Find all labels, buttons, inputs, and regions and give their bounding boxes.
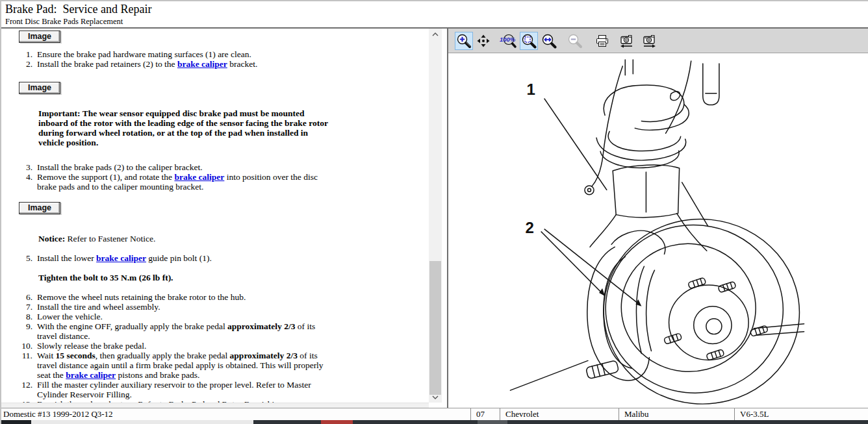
taskbar-segment [1, 420, 31, 424]
fit-window-button[interactable] [520, 32, 538, 50]
status-year: 07 [470, 408, 500, 420]
taskbar-segment [478, 420, 507, 424]
scroll-up-button[interactable] [429, 29, 442, 40]
step-text: Slowly release the brake pedal. [37, 341, 329, 351]
scroll-down-button[interactable] [429, 392, 442, 403]
step-number: 1. [8, 49, 37, 59]
taskbar-segment [507, 420, 868, 424]
status-database: Domestic #13 1999-2012 Q3-12 [1, 409, 470, 419]
step-item: 1.Ensure the brake pad hardware mating s… [8, 49, 428, 59]
step-item: 6.Remove the wheel nuts retaining the br… [8, 292, 428, 302]
status-engine: V6-3.5L [734, 408, 868, 420]
step-text: Remove the wheel nuts retaining the brak… [37, 292, 329, 302]
step-number: 4. [8, 172, 37, 192]
step-list: 6.Remove the wheel nuts retaining the br… [8, 292, 428, 403]
zoom-out-button [566, 32, 584, 50]
vertical-scrollbar[interactable] [429, 29, 442, 403]
step-number: 6. [8, 292, 37, 302]
taskbar-segment [253, 420, 321, 424]
step-text: Remove the support (1), and rotate the b… [37, 172, 329, 192]
step-text: Install the brake pad retainers (2) to t… [37, 59, 329, 69]
taskbar-segment [31, 420, 253, 424]
status-bar: Domestic #13 1999-2012 Q3-12 07 Chevrole… [1, 408, 868, 420]
zoom-100-button[interactable]: 100% [499, 32, 517, 50]
taskbar-segment [353, 420, 478, 424]
brake-caliper-link[interactable]: brake caliper [174, 172, 224, 182]
brake-caliper-link[interactable]: brake caliper [66, 370, 116, 380]
step-number: 7. [8, 302, 37, 312]
image-panel: 100% [448, 29, 868, 408]
step-item: 5.Install the lower brake caliper guide … [8, 253, 428, 263]
page-header: Brake Pad: Service and Repair Front Disc… [1, 1, 868, 29]
step-number: 2. [8, 59, 37, 69]
step-number: 8. [8, 312, 37, 321]
step-item: 4.Remove the support (1), and rotate the… [8, 172, 428, 192]
next-image-button[interactable] [640, 32, 658, 50]
page-subtitle: Front Disc Brake Pads Replacement [5, 17, 868, 27]
step-text: Ensure the brake pad hardware mating sur… [37, 49, 329, 59]
step-item: 9.With the engine OFF, gradually apply t… [8, 321, 428, 341]
zoom-100-icon: 100% [500, 33, 517, 49]
step-item: 10.Slowly release the brake pedal. [8, 341, 428, 351]
status-make: Chevrolet [500, 408, 619, 420]
step-text: Fill the master cylinder auxiliary reser… [37, 380, 329, 399]
step-item: 8.Lower the vehicle. [8, 312, 428, 321]
brake-caliper-link[interactable]: brake caliper [177, 59, 227, 69]
zoom-in-icon [456, 33, 472, 49]
step-list: 3.Install the brake pads (2) to the cali… [8, 162, 428, 192]
step-number: 12. [8, 380, 37, 399]
emphasis-paragraph: Important: The wear sensor equipped disc… [38, 108, 331, 147]
step-list: 1.Ensure the brake pad hardware mating s… [8, 49, 428, 69]
step-number: 3. [8, 162, 37, 172]
pan-button[interactable] [474, 32, 492, 50]
previous-image-button[interactable] [617, 32, 635, 50]
step-text: Wait 15 seconds, then gradually apply th… [37, 351, 329, 380]
image-button[interactable]: Image [19, 202, 60, 214]
taskbar-sliver [1, 420, 868, 424]
brake-assembly-diagram: 1 2 [448, 53, 868, 408]
step-item: 11.Wait 15 seconds, then gradually apply… [8, 351, 428, 380]
step-item: 12.Fill the master cylinder auxiliary re… [8, 380, 428, 399]
fit-width-icon [541, 33, 557, 49]
app-window: Brake Pad: Service and Repair Front Disc… [0, 0, 868, 424]
next-image-icon [641, 33, 657, 49]
image-button[interactable]: Image [19, 82, 60, 94]
step-item: 2.Install the brake pad retainers (2) to… [8, 59, 428, 69]
leader-arrowhead [599, 288, 605, 296]
fit-width-button[interactable] [540, 32, 558, 50]
horizontal-scrollbar[interactable] [1, 403, 429, 408]
emphasis-paragraph: Tighten the bolt to 35 N.m (26 lb ft). [38, 273, 331, 282]
step-text: Install the lower brake caliper guide pi… [37, 253, 329, 263]
image-button[interactable]: Image [19, 31, 60, 43]
step-number: 10. [8, 341, 37, 351]
step-number: 11. [8, 351, 37, 380]
step-item: 7.Install the tire and wheel assembly. [8, 302, 428, 312]
bold-text: approximately 2/3 [227, 321, 295, 331]
chevron-down-icon [432, 395, 439, 399]
brake-caliper-link[interactable]: brake caliper [96, 253, 146, 263]
step-text: Lower the vehicle. [37, 312, 329, 321]
article-panel: Image1.Ensure the brake pad hardware mat… [1, 29, 448, 408]
step-number: 9. [8, 321, 37, 341]
diagram-canvas[interactable]: 1 2 [448, 53, 868, 408]
main-area: Image1.Ensure the brake pad hardware mat… [1, 29, 868, 408]
chevron-up-icon [432, 32, 439, 36]
svg-text:100%: 100% [500, 36, 516, 43]
callout-1-label: 1 [527, 81, 535, 98]
article-content: Image1.Ensure the brake pad hardware mat… [1, 29, 428, 403]
step-list: 5.Install the lower brake caliper guide … [8, 253, 428, 263]
print-button[interactable] [593, 32, 611, 50]
page-title: Brake Pad: Service and Repair [5, 3, 868, 16]
bold-text: 15 seconds [56, 351, 96, 360]
step-number: 5. [8, 253, 37, 263]
zoom-in-button[interactable] [455, 32, 473, 50]
step-text: Install the tire and wheel assembly. [37, 302, 329, 312]
taskbar-segment [321, 420, 353, 424]
bold-text: Notice: [38, 234, 65, 243]
previous-image-icon [619, 33, 635, 49]
status-model: Malibu [619, 408, 734, 420]
image-toolbar: 100% [448, 29, 868, 53]
step-text: With the engine OFF, gradually apply the… [37, 321, 329, 341]
fit-window-icon [521, 33, 537, 49]
scrollbar-thumb[interactable] [429, 261, 441, 395]
